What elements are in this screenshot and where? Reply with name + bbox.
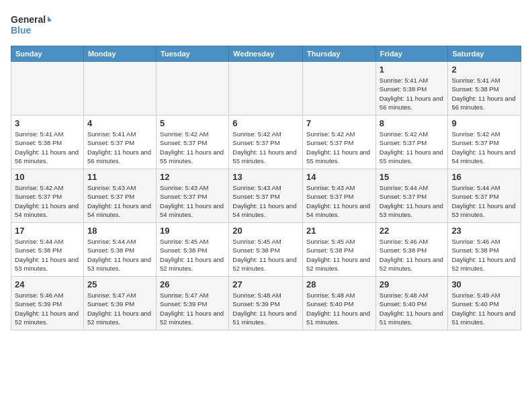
page-header: General Blue — [11, 11, 521, 38]
day-number: 25 — [87, 279, 152, 289]
day-number: 12 — [160, 172, 225, 182]
calendar-cell: 19Sunrise: 5:45 AM Sunset: 5:38 PM Dayli… — [157, 223, 229, 277]
day-header-sunday: Sunday — [11, 46, 84, 62]
day-number: 23 — [451, 226, 517, 236]
svg-text:General: General — [11, 14, 46, 25]
calendar-cell: 25Sunrise: 5:47 AM Sunset: 5:39 PM Dayli… — [83, 277, 156, 330]
day-number: 11 — [87, 172, 152, 182]
calendar-cell: 16Sunrise: 5:44 AM Sunset: 5:37 PM Dayli… — [448, 169, 521, 223]
day-info: Sunrise: 5:41 AM Sunset: 5:38 PM Dayligh… — [15, 130, 80, 165]
day-number: 2 — [451, 64, 517, 75]
day-info: Sunrise: 5:41 AM Sunset: 5:38 PM Dayligh… — [451, 76, 517, 111]
calendar-cell: 11Sunrise: 5:43 AM Sunset: 5:37 PM Dayli… — [83, 169, 156, 223]
calendar-cell: 6Sunrise: 5:42 AM Sunset: 5:37 PM Daylig… — [229, 116, 303, 169]
day-info: Sunrise: 5:48 AM Sunset: 5:39 PM Dayligh… — [232, 291, 299, 326]
calendar-cell: 20Sunrise: 5:45 AM Sunset: 5:38 PM Dayli… — [229, 223, 303, 277]
header-row: SundayMondayTuesdayWednesdayThursdayFrid… — [11, 46, 521, 62]
calendar-cell: 2Sunrise: 5:41 AM Sunset: 5:38 PM Daylig… — [448, 62, 521, 116]
calendar-cell: 27Sunrise: 5:48 AM Sunset: 5:39 PM Dayli… — [229, 277, 303, 330]
week-row-4: 17Sunrise: 5:44 AM Sunset: 5:38 PM Dayli… — [11, 223, 521, 277]
day-number: 30 — [451, 279, 517, 289]
calendar-cell: 3Sunrise: 5:41 AM Sunset: 5:38 PM Daylig… — [11, 116, 84, 169]
calendar-cell: 8Sunrise: 5:42 AM Sunset: 5:37 PM Daylig… — [375, 116, 448, 169]
week-row-3: 10Sunrise: 5:42 AM Sunset: 5:37 PM Dayli… — [11, 169, 521, 223]
calendar-cell — [11, 62, 84, 116]
day-info: Sunrise: 5:49 AM Sunset: 5:40 PM Dayligh… — [451, 291, 517, 326]
day-info: Sunrise: 5:46 AM Sunset: 5:38 PM Dayligh… — [380, 237, 445, 273]
day-number: 9 — [451, 118, 517, 128]
day-info: Sunrise: 5:44 AM Sunset: 5:38 PM Dayligh… — [15, 237, 80, 273]
day-number: 21 — [306, 226, 372, 236]
day-info: Sunrise: 5:46 AM Sunset: 5:38 PM Dayligh… — [451, 237, 517, 273]
day-info: Sunrise: 5:45 AM Sunset: 5:38 PM Dayligh… — [232, 237, 299, 273]
day-info: Sunrise: 5:42 AM Sunset: 5:37 PM Dayligh… — [380, 130, 445, 165]
calendar-cell: 12Sunrise: 5:43 AM Sunset: 5:37 PM Dayli… — [157, 169, 229, 223]
calendar-cell: 22Sunrise: 5:46 AM Sunset: 5:38 PM Dayli… — [375, 223, 448, 277]
day-header-friday: Friday — [375, 46, 448, 62]
day-info: Sunrise: 5:42 AM Sunset: 5:37 PM Dayligh… — [15, 183, 80, 219]
day-number: 16 — [451, 172, 517, 182]
logo: General Blue — [11, 11, 51, 38]
calendar-cell: 5Sunrise: 5:42 AM Sunset: 5:37 PM Daylig… — [157, 116, 229, 169]
day-info: Sunrise: 5:44 AM Sunset: 5:37 PM Dayligh… — [451, 183, 517, 219]
day-info: Sunrise: 5:45 AM Sunset: 5:38 PM Dayligh… — [160, 237, 225, 273]
day-header-thursday: Thursday — [303, 46, 376, 62]
day-info: Sunrise: 5:44 AM Sunset: 5:37 PM Dayligh… — [380, 183, 445, 219]
day-header-tuesday: Tuesday — [157, 46, 229, 62]
day-header-saturday: Saturday — [448, 46, 521, 62]
calendar-cell: 23Sunrise: 5:46 AM Sunset: 5:38 PM Dayli… — [448, 223, 521, 277]
calendar-cell: 1Sunrise: 5:41 AM Sunset: 5:38 PM Daylig… — [375, 62, 448, 116]
calendar-cell: 7Sunrise: 5:42 AM Sunset: 5:37 PM Daylig… — [303, 116, 376, 169]
day-info: Sunrise: 5:44 AM Sunset: 5:38 PM Dayligh… — [87, 237, 152, 273]
calendar-cell: 21Sunrise: 5:45 AM Sunset: 5:38 PM Dayli… — [303, 223, 376, 277]
calendar-cell: 9Sunrise: 5:42 AM Sunset: 5:37 PM Daylig… — [448, 116, 521, 169]
calendar-cell: 17Sunrise: 5:44 AM Sunset: 5:38 PM Dayli… — [11, 223, 84, 277]
day-number: 5 — [160, 118, 225, 128]
day-info: Sunrise: 5:41 AM Sunset: 5:38 PM Dayligh… — [380, 76, 445, 111]
svg-text:Blue: Blue — [11, 25, 32, 36]
day-number: 19 — [160, 226, 225, 236]
day-number: 7 — [306, 118, 372, 128]
week-row-5: 24Sunrise: 5:46 AM Sunset: 5:39 PM Dayli… — [11, 277, 521, 330]
calendar-cell: 15Sunrise: 5:44 AM Sunset: 5:37 PM Dayli… — [375, 169, 448, 223]
day-info: Sunrise: 5:43 AM Sunset: 5:37 PM Dayligh… — [232, 183, 299, 219]
day-number: 10 — [15, 172, 80, 182]
day-number: 8 — [380, 118, 445, 128]
day-info: Sunrise: 5:43 AM Sunset: 5:37 PM Dayligh… — [87, 183, 152, 219]
logo-svg: General Blue — [11, 11, 51, 38]
day-info: Sunrise: 5:46 AM Sunset: 5:39 PM Dayligh… — [15, 291, 80, 326]
day-number: 29 — [380, 279, 445, 289]
day-number: 4 — [87, 118, 152, 128]
day-number: 20 — [232, 226, 299, 236]
day-number: 14 — [306, 172, 372, 182]
calendar-table: SundayMondayTuesdayWednesdayThursdayFrid… — [11, 46, 521, 330]
day-info: Sunrise: 5:41 AM Sunset: 5:37 PM Dayligh… — [87, 130, 152, 165]
calendar-cell: 29Sunrise: 5:48 AM Sunset: 5:40 PM Dayli… — [375, 277, 448, 330]
week-row-2: 3Sunrise: 5:41 AM Sunset: 5:38 PM Daylig… — [11, 116, 521, 169]
day-number: 18 — [87, 226, 152, 236]
calendar-cell: 18Sunrise: 5:44 AM Sunset: 5:38 PM Dayli… — [83, 223, 156, 277]
day-number: 15 — [380, 172, 445, 182]
calendar-cell — [83, 62, 156, 116]
day-number: 24 — [15, 279, 80, 289]
day-number: 22 — [380, 226, 445, 236]
calendar-cell — [157, 62, 229, 116]
day-number: 1 — [380, 64, 445, 75]
day-number: 13 — [232, 172, 299, 182]
calendar-cell: 26Sunrise: 5:47 AM Sunset: 5:39 PM Dayli… — [157, 277, 229, 330]
day-info: Sunrise: 5:42 AM Sunset: 5:37 PM Dayligh… — [306, 130, 372, 165]
day-header-wednesday: Wednesday — [229, 46, 303, 62]
day-info: Sunrise: 5:42 AM Sunset: 5:37 PM Dayligh… — [160, 130, 225, 165]
calendar-cell: 28Sunrise: 5:48 AM Sunset: 5:40 PM Dayli… — [303, 277, 376, 330]
calendar-cell — [303, 62, 376, 116]
day-number: 26 — [160, 279, 225, 289]
day-info: Sunrise: 5:43 AM Sunset: 5:37 PM Dayligh… — [306, 183, 372, 219]
day-number: 6 — [232, 118, 299, 128]
day-info: Sunrise: 5:47 AM Sunset: 5:39 PM Dayligh… — [87, 291, 152, 326]
calendar-cell: 30Sunrise: 5:49 AM Sunset: 5:40 PM Dayli… — [448, 277, 521, 330]
day-info: Sunrise: 5:45 AM Sunset: 5:38 PM Dayligh… — [306, 237, 372, 273]
day-info: Sunrise: 5:42 AM Sunset: 5:37 PM Dayligh… — [451, 130, 517, 165]
day-info: Sunrise: 5:48 AM Sunset: 5:40 PM Dayligh… — [380, 291, 445, 326]
week-row-1: 1Sunrise: 5:41 AM Sunset: 5:38 PM Daylig… — [11, 62, 521, 116]
day-number: 17 — [15, 226, 80, 236]
